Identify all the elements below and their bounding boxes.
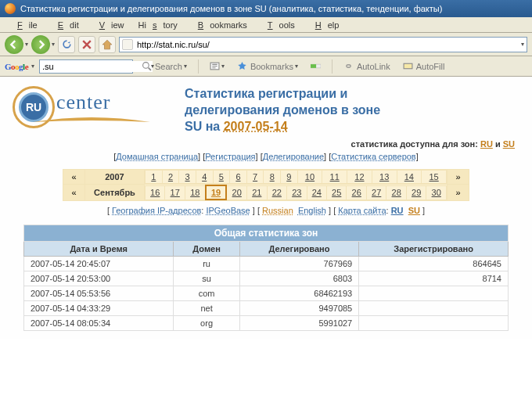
menu-tools[interactable]: Tools — [255, 20, 301, 31]
cal-day[interactable]: 30 — [426, 185, 447, 200]
cal-day[interactable]: 29 — [406, 185, 426, 200]
cal-day[interactable]: 23 — [287, 185, 307, 200]
cal-day[interactable]: 1 — [146, 171, 163, 184]
cal-day[interactable]: 26 — [347, 185, 366, 200]
menu-bookmarks[interactable]: Bookmarks — [185, 20, 253, 31]
menu-history[interactable]: History — [132, 20, 184, 31]
cal-day[interactable]: 2 — [162, 171, 179, 184]
url-dropdown[interactable]: ▾ — [521, 41, 524, 48]
cell-datetime: 2007-05-14 05:53:56 — [24, 286, 174, 301]
window-title: Статистика регистрации и делегирования д… — [20, 4, 442, 13]
cal-day[interactable]: 6 — [230, 171, 247, 184]
url-bar[interactable]: ▾ — [119, 37, 527, 52]
cal-month: Сентябрь — [85, 185, 145, 201]
forward-button[interactable] — [31, 35, 50, 54]
cell-registered: 8714 — [359, 271, 509, 286]
home-button[interactable] — [99, 36, 116, 53]
google-pagerank[interactable] — [307, 60, 325, 72]
google-logo[interactable]: Google — [5, 62, 28, 71]
link-geo[interactable]: География IP-адресов — [112, 206, 201, 215]
table-row: 2007-05-14 04:33:29net9497085 — [24, 301, 509, 316]
rucenter-logo[interactable]: RU center — [13, 86, 169, 133]
google-search-button[interactable]: Search▾ — [138, 60, 191, 72]
link-ipgeobase[interactable]: IPGeoBase — [206, 206, 250, 215]
link-sitemap-su[interactable]: SU — [408, 206, 420, 215]
cal-day[interactable]: 19 — [206, 185, 227, 200]
google-search-input[interactable] — [40, 61, 153, 72]
cell-delegated: 5991027 — [239, 316, 359, 331]
cal-day[interactable]: 8 — [264, 171, 281, 184]
svg-rect-4 — [404, 63, 412, 69]
stop-button[interactable] — [78, 36, 95, 53]
google-autolink-button[interactable]: AutoLink — [340, 60, 394, 72]
reload-button[interactable] — [58, 36, 75, 53]
stats-table: Общая статистика зон Дата и Время Домен … — [23, 225, 509, 331]
menu-view[interactable]: View — [87, 20, 131, 31]
google-menu-dropdown[interactable]: ▾ — [31, 63, 34, 70]
calendar: « 2007 123456789101112131415 » « Сентябр… — [63, 169, 469, 201]
cal-day[interactable]: 16 — [146, 185, 165, 200]
nav-reg[interactable]: Регистрация — [205, 152, 255, 161]
google-autofill-button[interactable]: AutoFill — [399, 60, 449, 72]
cal-day[interactable]: 15 — [422, 171, 447, 184]
forward-dropdown[interactable]: ▾ — [52, 41, 55, 48]
google-search-box[interactable]: ▾ — [39, 59, 133, 74]
cal-day[interactable]: 22 — [267, 185, 286, 200]
nav-srv[interactable]: Статистика серверов — [331, 152, 415, 161]
back-dropdown[interactable]: ▾ — [25, 41, 28, 48]
nav-deleg[interactable]: Делегирование — [263, 152, 324, 161]
cal-next-year[interactable]: » — [448, 170, 469, 185]
table-row: 2007-05-14 20:45:07ru767969864645 — [24, 257, 509, 271]
cal-prev-year[interactable]: « — [63, 170, 85, 185]
cell-registered — [359, 316, 509, 331]
cal-day[interactable]: 17 — [165, 185, 185, 200]
th-registered: Зарегистрировано — [359, 242, 509, 257]
table-row: 2007-05-14 20:53:00su68038714 — [24, 271, 509, 286]
cal-day[interactable]: 5 — [213, 171, 230, 184]
google-news-button[interactable]: ▾ — [206, 60, 228, 72]
th-domain: Домен — [174, 242, 239, 257]
svg-point-0 — [143, 63, 149, 69]
cell-registered — [359, 286, 509, 301]
link-russian[interactable]: Russian — [262, 206, 293, 215]
headline-date[interactable]: 2007-05-14 — [224, 120, 288, 133]
cell-domain: org — [174, 316, 239, 331]
link-sitemap[interactable]: Карта сайта — [338, 206, 386, 215]
cal-day[interactable]: 10 — [297, 171, 322, 184]
menu-edit[interactable]: Edit — [45, 20, 85, 31]
zone-su-link[interactable]: SU — [503, 139, 515, 149]
page-headline: Статистика регистрации и делегирования д… — [185, 86, 519, 135]
cal-day[interactable]: 9 — [281, 171, 298, 184]
cal-day[interactable]: 13 — [372, 171, 397, 184]
table-row: 2007-05-14 05:53:56com68462193 — [24, 286, 509, 301]
cal-day[interactable]: 20 — [226, 185, 246, 200]
cal-next-month[interactable]: » — [448, 185, 469, 201]
cal-day[interactable]: 18 — [185, 185, 205, 200]
url-input[interactable] — [135, 38, 523, 51]
svg-rect-3 — [311, 64, 316, 68]
cal-day[interactable]: 25 — [327, 185, 347, 200]
site-nav: [Домашная страница] [Регистрация] [Делег… — [13, 152, 519, 161]
cal-day[interactable]: 24 — [307, 185, 326, 200]
cell-delegated: 6803 — [239, 271, 359, 286]
logo-swoosh-icon — [33, 114, 150, 130]
cal-day[interactable]: 11 — [322, 171, 347, 184]
link-english[interactable]: English — [298, 206, 326, 215]
cal-day[interactable]: 4 — [196, 171, 213, 184]
cal-day[interactable]: 28 — [386, 185, 406, 200]
menu-file[interactable]: FFileile — [5, 20, 44, 31]
cal-day[interactable]: 12 — [347, 171, 372, 184]
back-button[interactable] — [5, 35, 23, 54]
cal-day[interactable]: 3 — [179, 171, 196, 184]
cal-day[interactable]: 21 — [247, 185, 267, 200]
cal-prev-month[interactable]: « — [63, 185, 85, 201]
cell-domain: su — [174, 271, 239, 286]
cal-day[interactable]: 7 — [246, 171, 264, 184]
cal-day[interactable]: 14 — [397, 171, 422, 184]
cal-day[interactable]: 27 — [366, 185, 386, 200]
menu-help[interactable]: Help — [303, 20, 346, 31]
zone-ru-link[interactable]: RU — [480, 139, 493, 149]
google-bookmarks-button[interactable]: Bookmarks▾ — [233, 60, 302, 72]
nav-home[interactable]: Домашная страница — [116, 152, 198, 161]
link-sitemap-ru[interactable]: RU — [391, 206, 404, 215]
